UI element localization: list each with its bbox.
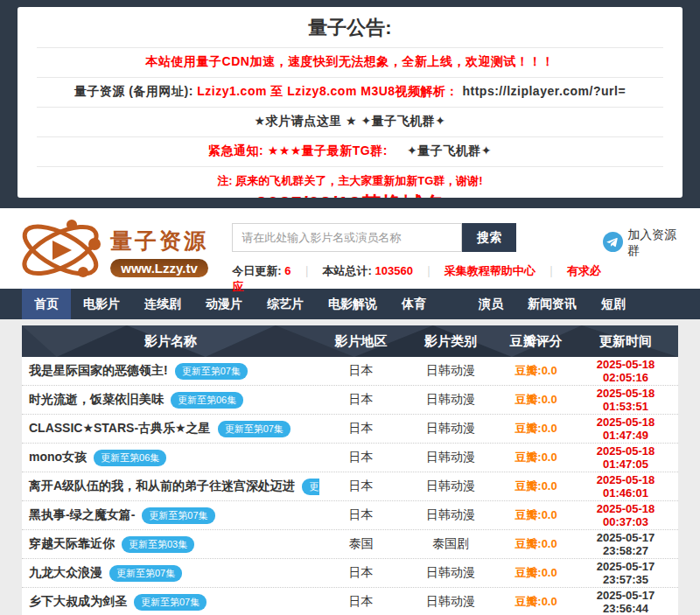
search-input[interactable]	[232, 223, 462, 252]
update-badge: 更新至第07集	[175, 363, 248, 380]
movie-rating: 豆瓣:0.0	[499, 363, 573, 379]
tg-group-link[interactable]: ✦量子飞机群✦	[407, 143, 492, 157]
movie-region: 日本	[319, 565, 402, 581]
col-header-rating: 豆瓣评分	[499, 333, 573, 350]
table-header: 影片名称 影片地区 影片类别 豆瓣评分 更新时间	[22, 325, 678, 357]
col-header-title: 影片名称	[22, 333, 319, 350]
movie-category: 日韩动漫	[402, 565, 499, 581]
movie-title-link[interactable]: 穿越天际靠近你	[29, 536, 115, 552]
nav-item-series[interactable]: 连续剧	[132, 289, 193, 319]
today-update-value: 6	[284, 264, 290, 277]
table-row[interactable]: 九龙大众浪漫更新至第07集 日本 日韩动漫 豆瓣:0.0 2025-05-17 …	[22, 559, 678, 588]
movie-title-link[interactable]: 乡下大叔成为剑圣	[29, 594, 127, 610]
update-badge: 更新至第07集	[109, 565, 182, 582]
movie-category: 日韩动漫	[402, 594, 499, 610]
movie-update-time: 2025-05-18 01:47:05	[573, 444, 678, 471]
movie-region: 日本	[319, 479, 402, 494]
movie-title-link[interactable]: CLASSIC★STARS-古典乐★之星	[29, 421, 211, 437]
movie-category: 日韩动漫	[402, 479, 499, 494]
total-label: 本站总计:	[323, 264, 372, 277]
movie-rating: 豆瓣:0.0	[499, 536, 573, 552]
nav-gap	[438, 289, 466, 319]
content-area: 影片名称 影片地区 影片类别 豆瓣评分 更新时间 我是星际国家的恶德领主!更新至…	[0, 319, 700, 615]
site-header: 量子资源 www.Lzzy.tv 搜索 今日更新: 6 ｜ 本站总计: 1035…	[0, 208, 700, 289]
movie-category: 泰国剧	[402, 536, 499, 552]
nav-item-shorts[interactable]: 短剧	[589, 289, 638, 319]
announcement-line-request: ★求片请点这里 ★ ✦量子飞机群✦	[37, 107, 663, 136]
movie-rating: 豆瓣:0.0	[499, 594, 573, 610]
announcement-line-urls: 量子资源 (备用网址): Lzizy1.com 至 Lzizy8.com M3U…	[37, 77, 663, 107]
movie-title-link[interactable]: 离开A级队伍的我，和从前的弟子往迷宫深处迈进	[29, 479, 295, 494]
update-badge: 更新至第07集	[134, 594, 206, 611]
movie-table: 我是星际国家的恶德领主!更新至第07集 日本 日韩动漫 豆瓣:0.0 2025-…	[22, 357, 678, 615]
movie-region: 日本	[319, 363, 402, 379]
movie-rating: 豆瓣:0.0	[499, 507, 573, 523]
movie-rating: 豆瓣:0.0	[499, 392, 573, 408]
atom-logo-icon	[16, 217, 105, 287]
movie-rating: 豆瓣:0.0	[499, 479, 573, 494]
nav-item-news[interactable]: 新闻资讯	[515, 289, 589, 319]
help-center-link[interactable]: 采集教程帮助中心	[444, 264, 536, 277]
table-row[interactable]: 我是星际国家的恶德领主!更新至第07集 日本 日韩动漫 豆瓣:0.0 2025-…	[22, 357, 678, 386]
nav-item-variety[interactable]: 综艺片	[255, 289, 316, 319]
table-row[interactable]: 时光流逝，饭菜依旧美味更新至第06集 日本 日韩动漫 豆瓣:0.0 2025-0…	[22, 386, 678, 415]
logo-url-badge: www.Lzzy.tv	[110, 259, 208, 277]
movie-update-time: 2025-05-17 23:57:35	[573, 560, 678, 586]
movie-region: 日本	[319, 421, 402, 437]
movie-update-time: 2025-05-18 02:05:16	[573, 358, 678, 384]
movie-update-time: 2025-05-18 01:47:49	[573, 416, 678, 442]
backup-urls-link[interactable]: Lzizy1.com 至 Lzizy8.com M3U8视频解析：	[197, 84, 462, 98]
update-badge: 更新至第07集	[302, 479, 319, 495]
nav-item-movies[interactable]: 电影片	[71, 289, 132, 319]
movie-category: 日韩动漫	[402, 507, 499, 523]
nav-item-actors[interactable]: 演员	[466, 289, 515, 319]
movie-region: 日本	[319, 392, 402, 408]
main-nav: 首页 电影片 连续剧 动漫片 综艺片 电影解说 体育 演员 新闻资讯 短剧	[0, 289, 700, 319]
table-row[interactable]: 离开A级队伍的我，和从前的弟子往迷宫深处迈进更新至第07集 日本 日韩动漫 豆瓣…	[22, 472, 678, 501]
movie-category: 日韩动漫	[402, 392, 499, 408]
movie-update-time: 2025-05-18 00:37:03	[573, 502, 678, 528]
movie-update-time: 2025-05-18 01:46:01	[573, 473, 678, 500]
update-badge: 更新至第06集	[171, 392, 243, 409]
movie-update-time: 2025-05-17 23:58:27	[573, 531, 678, 557]
join-group-button[interactable]: 加入资源群	[603, 227, 687, 259]
nav-item-home[interactable]: 首页	[22, 289, 71, 319]
movie-update-time: 2025-05-17 23:56:44	[573, 589, 678, 615]
search-button[interactable]: 搜索	[462, 223, 516, 252]
col-header-time: 更新时间	[573, 333, 678, 350]
logo-title: 量子资源	[110, 227, 208, 255]
table-row[interactable]: 穿越天际靠近你更新至第03集 泰国 泰国剧 豆瓣:0.0 2025-05-17 …	[22, 530, 678, 559]
nav-item-anime[interactable]: 动漫片	[193, 289, 255, 319]
movie-update-time: 2025-05-18 01:53:51	[573, 387, 678, 413]
today-update-label: 今日更新:	[232, 264, 281, 277]
movie-region: 日本	[319, 450, 402, 465]
movie-title-link[interactable]: mono女孩	[29, 450, 87, 465]
movie-title-link[interactable]: 黑执事-绿之魔女篇-	[29, 507, 135, 523]
request-film-link[interactable]: ★求片请点这里 ★ ✦量子飞机群✦	[255, 114, 446, 128]
table-row[interactable]: 乡下大叔成为剑圣更新至第07集 日本 日韩动漫 豆瓣:0.0 2025-05-1…	[22, 588, 678, 615]
total-value: 103560	[374, 264, 412, 277]
nav-item-sports[interactable]: 体育	[389, 289, 438, 319]
movie-category: 日韩动漫	[402, 363, 499, 379]
col-header-category: 影片类别	[402, 333, 499, 350]
movie-title-link[interactable]: 时光流逝，饭菜依旧美味	[29, 392, 164, 408]
movie-title-link[interactable]: 我是星际国家的恶德领主!	[29, 363, 168, 379]
table-row[interactable]: mono女孩更新至第06集 日本 日韩动漫 豆瓣:0.0 2025-05-18 …	[22, 444, 678, 472]
join-group-label: 加入资源群	[627, 227, 687, 259]
movie-region: 日本	[319, 507, 402, 523]
update-badge: 更新至第06集	[94, 450, 166, 466]
movie-title-link[interactable]: 九龙大众浪漫	[29, 565, 102, 581]
update-badge: 更新至第07集	[218, 421, 290, 437]
site-logo[interactable]: 量子资源 www.Lzzy.tv	[16, 217, 216, 287]
announcement-line-cdn: 本站使用量子CDN加速，速度快到无法想象，全新上线，欢迎测试！！！	[37, 47, 663, 77]
table-row[interactable]: CLASSIC★STARS-古典乐★之星更新至第07集 日本 日韩动漫 豆瓣:0…	[22, 415, 678, 444]
movie-category: 日韩动漫	[402, 421, 499, 437]
movie-rating: 豆瓣:0.0	[499, 421, 573, 437]
search-area: 搜索 今日更新: 6 ｜ 本站总计: 103560 ｜ 采集教程帮助中心 ｜ 有…	[232, 217, 603, 295]
announcement-box: 量子公告: 本站使用量子CDN加速，速度快到无法想象，全新上线，欢迎测试！！！ …	[18, 7, 682, 198]
telegram-icon	[603, 232, 623, 255]
table-row[interactable]: 黑执事-绿之魔女篇-更新至第07集 日本 日韩动漫 豆瓣:0.0 2025-05…	[22, 501, 678, 530]
domain-change-notice: 2025/02/13替换域名	[37, 191, 663, 198]
announcement-note-block: 注: 原来的飞机群关了，主大家重新加新TG群，谢谢! 2025/02/13替换域…	[37, 166, 663, 198]
nav-item-commentary[interactable]: 电影解说	[316, 289, 389, 319]
